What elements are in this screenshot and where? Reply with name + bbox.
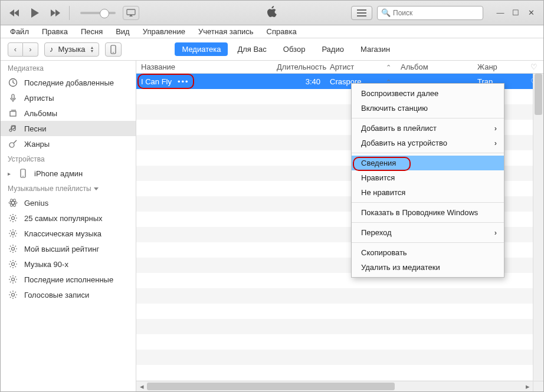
tab-1[interactable]: Для Вас: [230, 42, 273, 56]
sidebar-item[interactable]: Альбомы: [1, 106, 136, 121]
sidebar-header-devices: Устройства: [1, 151, 136, 166]
dropdown-label: Музыка: [58, 45, 86, 54]
col-genre[interactable]: Жанр♡: [473, 62, 543, 71]
context-menu-item[interactable]: Добавить в плейлист: [352, 121, 504, 136]
context-menu-item[interactable]: Нравится: [352, 170, 504, 185]
scroll-right-icon[interactable]: ▸: [522, 381, 533, 392]
context-menu-item[interactable]: Сведения: [352, 156, 504, 170]
sidebar-header-media: Медиатека: [1, 61, 136, 75]
sidebar-item-label: Жанры: [24, 140, 50, 149]
clock-icon: [8, 77, 18, 88]
device-button[interactable]: [105, 42, 122, 57]
section-tabs: МедиатекаДля ВасОбзорРадиоМагазин: [175, 42, 397, 56]
context-menu-item[interactable]: Удалить из медиатеки: [352, 260, 504, 275]
gear-icon: [8, 228, 18, 239]
airplay-button[interactable]: [123, 6, 139, 20]
sidebar-item-label: Мой высший рейтинг: [24, 245, 99, 253]
menu-песня[interactable]: Песня: [75, 26, 109, 37]
context-menu-item[interactable]: Включить станцию: [352, 101, 504, 116]
sidebar-item-label: Музыка 90-х: [24, 260, 68, 269]
media-type-dropdown[interactable]: ♪ Музыка ▲▼: [44, 42, 99, 57]
search-input[interactable]: [393, 9, 481, 17]
forward-button[interactable]: ›: [23, 42, 38, 57]
menu-вид[interactable]: Вид: [110, 26, 136, 37]
context-menu-item[interactable]: Показать в Проводнике Windows: [352, 205, 504, 220]
sidebar-item-label: iPhone админ: [34, 169, 83, 178]
svg-point-9: [9, 202, 17, 205]
gear-icon: [8, 274, 18, 285]
prev-track-button[interactable]: [5, 6, 23, 20]
music-note-icon: ♪: [50, 45, 54, 54]
sidebar-item[interactable]: Жанры: [1, 136, 136, 151]
sidebar-header-playlists[interactable]: Музыкальные плейлисты: [1, 181, 136, 195]
context-menu-item[interactable]: Воспроизвести далее: [352, 86, 504, 101]
column-headers: Название Длительность Артист Альбом Жанр…: [136, 61, 543, 74]
tab-3[interactable]: Радио: [314, 42, 351, 56]
sidebar-item-label: Альбомы: [24, 109, 57, 118]
sidebar-item[interactable]: Последние исполненные: [1, 272, 136, 287]
svg-point-16: [12, 278, 15, 281]
svg-point-8: [22, 176, 24, 177]
sidebar-item-label: Классическая музыка: [24, 229, 101, 238]
sidebar-item-label: Последние добавленные: [24, 78, 114, 87]
svg-rect-0: [127, 9, 135, 15]
sidebar-item[interactable]: Мой высший рейтинг: [1, 241, 136, 256]
context-menu-item[interactable]: Не нравится: [352, 185, 504, 200]
context-menu-item[interactable]: Скопировать: [352, 245, 504, 260]
context-menu-item[interactable]: Переход: [352, 225, 504, 240]
phone-icon: [18, 168, 28, 179]
volume-slider[interactable]: [80, 12, 116, 14]
col-album[interactable]: Альбом: [396, 62, 473, 71]
svg-point-12: [12, 217, 15, 220]
sidebar-item[interactable]: Genius: [1, 195, 136, 210]
guitar-icon: [8, 139, 18, 149]
col-name[interactable]: Название: [136, 62, 272, 71]
menu-справка[interactable]: Справка: [261, 26, 303, 37]
col-duration[interactable]: Длительность: [272, 62, 325, 71]
sidebar-item[interactable]: Последние добавленные: [1, 75, 136, 90]
vertical-scrollbar[interactable]: [533, 74, 543, 381]
gear-icon: [8, 243, 18, 254]
sidebar-item-label: 25 самых популярных: [24, 214, 103, 223]
sidebar-item[interactable]: Песни: [1, 121, 136, 136]
title-bar: 🔍 — ☐ ✕: [1, 1, 543, 25]
sidebar-item-label: Артисты: [24, 94, 54, 103]
back-button[interactable]: ‹: [8, 42, 23, 57]
svg-point-2: [113, 52, 114, 53]
sidebar-item-label: Последние исполненные: [24, 275, 113, 284]
sidebar-item[interactable]: ▸iPhone админ: [1, 166, 136, 181]
note-icon: [8, 123, 18, 134]
play-button[interactable]: [24, 6, 45, 20]
close-window-button[interactable]: ✕: [523, 7, 539, 19]
gear-icon: [8, 289, 18, 300]
maximize-window-button[interactable]: ☐: [508, 7, 523, 19]
sidebar-item[interactable]: Классическая музыка: [1, 226, 136, 241]
col-artist[interactable]: Артист: [325, 62, 396, 71]
sidebar-item[interactable]: 25 самых популярных: [1, 210, 136, 226]
menu-управление[interactable]: Управление: [137, 26, 191, 37]
tab-0[interactable]: Медиатека: [175, 42, 228, 56]
horizontal-scrollbar[interactable]: ◂ ▸: [136, 381, 533, 391]
sidebar-item-label: Песни: [24, 124, 47, 133]
scroll-left-icon[interactable]: ◂: [136, 381, 147, 392]
menu-учетная запись[interactable]: Учетная запись: [192, 26, 260, 37]
atom-icon: [8, 197, 18, 208]
context-menu-item[interactable]: Добавить на устройство: [352, 136, 504, 150]
context-menu: Воспроизвести далееВключить станциюДобав…: [351, 83, 504, 278]
search-box[interactable]: 🔍: [377, 6, 483, 20]
menu-файл[interactable]: Файл: [4, 26, 35, 37]
svg-rect-4: [12, 94, 14, 99]
stack-icon: [8, 108, 18, 118]
tab-4[interactable]: Магазин: [353, 42, 397, 56]
next-track-button[interactable]: [47, 6, 64, 20]
sidebar-item[interactable]: Артисты: [1, 90, 136, 106]
list-view-button[interactable]: [351, 6, 372, 20]
track-menu-icon[interactable]: •••: [178, 77, 189, 86]
track-name: I Can Fly: [141, 77, 172, 86]
tab-2[interactable]: Обзор: [276, 42, 313, 56]
sidebar-item[interactable]: Музыка 90-х: [1, 256, 136, 272]
menu-правка[interactable]: Правка: [36, 26, 74, 37]
minimize-window-button[interactable]: —: [493, 7, 508, 19]
expand-icon[interactable]: ▸: [8, 170, 11, 177]
sidebar-item[interactable]: Голосовые записи: [1, 287, 136, 302]
